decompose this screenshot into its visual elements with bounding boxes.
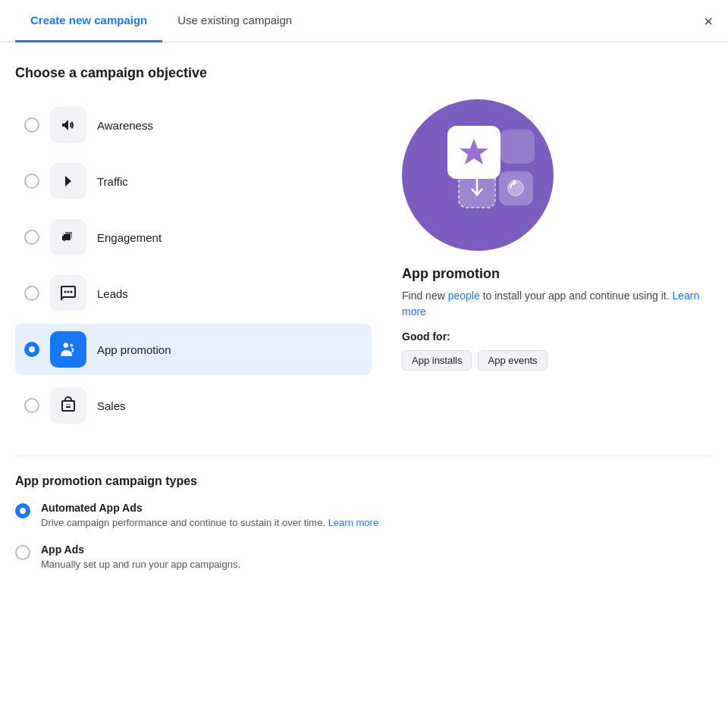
objective-awareness[interactable]: Awareness — [15, 99, 372, 151]
app-promo-illustration — [410, 107, 546, 243]
radio-awareness[interactable] — [24, 117, 39, 133]
radio-inner-automated — [20, 508, 26, 514]
tab-bar: Create new campaign Use existing campaig… — [0, 0, 728, 42]
radio-sales[interactable] — [24, 398, 39, 413]
good-for-title: Good for: — [402, 330, 713, 343]
campaign-type-automated[interactable]: Automated App Ads Drive campaign perform… — [15, 502, 713, 530]
app-promotion-icon — [58, 340, 78, 359]
automated-text: Automated App Ads Drive campaign perform… — [41, 502, 378, 530]
svg-point-3 — [64, 343, 69, 348]
objective-traffic[interactable]: Traffic — [15, 155, 372, 207]
traffic-label: Traffic — [97, 175, 128, 188]
svg-rect-7 — [66, 404, 71, 405]
automated-desc-text: Drive campaign performance and continue … — [41, 517, 328, 528]
tag-app-installs: App installs — [402, 350, 472, 371]
engagement-icon — [59, 228, 77, 246]
campaign-types-section: App promotion campaign types Automated A… — [15, 456, 713, 571]
promo-desc-after: to install your app and continue using i… — [480, 290, 673, 302]
svg-point-1 — [67, 291, 70, 293]
main-layout: Awareness Traffic — [15, 99, 713, 431]
main-content: Choose a campaign objective Awareness — [0, 42, 728, 600]
sales-icon — [59, 396, 77, 415]
campaign-types-title: App promotion campaign types — [15, 474, 713, 488]
app-ads-desc: Manually set up and run your app campaig… — [41, 558, 240, 571]
promo-illustration — [402, 99, 554, 251]
promo-desc-people-link[interactable]: people — [448, 290, 480, 302]
objective-leads[interactable]: Leads — [15, 268, 372, 319]
tab-existing[interactable]: Use existing campaign — [162, 0, 307, 42]
objective-engagement[interactable]: Engagement — [15, 211, 372, 263]
radio-app-promotion[interactable] — [24, 342, 39, 357]
leads-icon-box — [50, 275, 86, 312]
sales-label: Sales — [97, 399, 126, 412]
tab-create[interactable]: Create new campaign — [15, 0, 162, 42]
app-promotion-icon-box — [50, 331, 86, 368]
svg-point-4 — [70, 343, 73, 346]
radio-inner-app-promotion — [29, 346, 35, 352]
traffic-icon-box — [50, 163, 86, 199]
radio-engagement[interactable] — [24, 230, 39, 245]
radio-automated[interactable] — [15, 503, 30, 518]
svg-point-2 — [71, 291, 73, 293]
traffic-icon — [59, 172, 77, 190]
awareness-label: Awareness — [97, 119, 153, 132]
section-title: Choose a campaign objective — [15, 65, 713, 81]
sales-icon-box — [50, 387, 86, 424]
leads-icon — [59, 284, 77, 302]
leads-label: Leads — [97, 287, 128, 300]
radio-traffic[interactable] — [24, 174, 39, 189]
app-ads-text: App Ads Manually set up and run your app… — [41, 543, 240, 571]
objectives-list: Awareness Traffic — [15, 99, 372, 431]
svg-rect-14 — [500, 130, 535, 164]
app-promotion-label: App promotion — [97, 343, 171, 356]
automated-desc: Drive campaign performance and continue … — [41, 516, 378, 530]
automated-label: Automated App Ads — [41, 502, 378, 514]
awareness-icon — [59, 116, 77, 134]
close-button[interactable]: × — [704, 14, 713, 29]
automated-learn-more[interactable]: Learn more — [328, 517, 378, 528]
campaign-type-app-ads[interactable]: App Ads Manually set up and run your app… — [15, 543, 713, 571]
promo-desc: Find new people to install your app and … — [402, 288, 713, 320]
svg-rect-5 — [62, 401, 74, 411]
promo-title: App promotion — [402, 266, 713, 282]
svg-rect-6 — [66, 406, 71, 408]
awareness-icon-box — [50, 107, 86, 143]
objective-sales[interactable]: Sales — [15, 380, 372, 431]
engagement-icon-box — [50, 219, 86, 255]
engagement-label: Engagement — [97, 231, 162, 244]
promo-desc-before: Find new — [402, 290, 448, 302]
objective-app-promotion[interactable]: App promotion — [15, 324, 372, 375]
app-ads-label: App Ads — [41, 543, 240, 556]
radio-app-ads[interactable] — [15, 545, 30, 560]
tag-app-events: App events — [478, 350, 547, 371]
svg-point-0 — [64, 291, 67, 293]
radio-leads[interactable] — [24, 286, 39, 301]
right-panel: App promotion Find new people to install… — [402, 99, 713, 431]
tags-container: App installs App events — [402, 350, 713, 371]
